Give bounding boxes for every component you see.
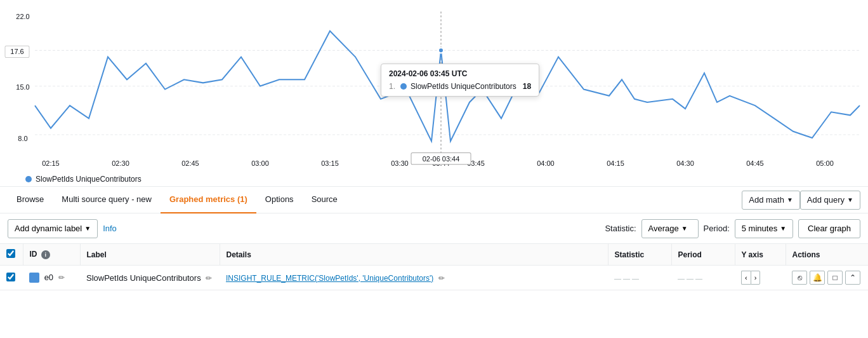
tab-multi-source[interactable]: Multi source query - new bbox=[53, 187, 161, 213]
col-header-yaxis: Y axis bbox=[735, 244, 786, 266]
tooltip-row: 1. SlowPetIds UniqueContributors 18 bbox=[389, 82, 531, 91]
add-query-arrow: ▼ bbox=[847, 196, 853, 203]
info-button[interactable]: Info bbox=[103, 224, 117, 233]
col-header-statistic: Statistic bbox=[608, 244, 671, 266]
svg-text:03:15: 03:15 bbox=[321, 159, 338, 167]
add-query-label: Add query bbox=[807, 195, 845, 205]
svg-text:02-06 03:44: 02-06 03:44 bbox=[423, 155, 460, 163]
statistic-select[interactable]: Average ▼ bbox=[641, 219, 699, 238]
col-header-label: Label bbox=[80, 244, 220, 266]
clear-graph-button[interactable]: Clear graph bbox=[798, 219, 860, 238]
row-statistic-dashes: — — — bbox=[614, 274, 639, 282]
svg-text:04:15: 04:15 bbox=[607, 159, 624, 167]
id-info-icon[interactable]: i bbox=[41, 250, 50, 259]
metrics-table: ID i Label Details Statistic Period Y ax… bbox=[0, 244, 868, 290]
period-value: 5 minutes bbox=[742, 224, 777, 233]
svg-text:22.0: 22.0 bbox=[16, 13, 29, 20]
row-id-cell: e0 ✏ bbox=[23, 266, 80, 290]
add-math-button[interactable]: Add math ▼ bbox=[742, 191, 800, 210]
toolbar-left: Add dynamic label ▼ Info bbox=[8, 219, 117, 238]
table-row: e0 ✏ SlowPetIds UniqueContributors ✏ INS… bbox=[0, 266, 868, 290]
svg-text:04:45: 04:45 bbox=[746, 159, 763, 167]
statistic-label: Statistic: bbox=[605, 224, 636, 233]
svg-text:04:00: 04:00 bbox=[537, 159, 554, 167]
svg-text:8.0: 8.0 bbox=[18, 135, 27, 142]
tooltip-value: 18 bbox=[523, 82, 531, 91]
legend-dot bbox=[25, 176, 32, 182]
tooltip-row-num: 1. bbox=[389, 82, 395, 91]
row-label-edit-icon[interactable]: ✏ bbox=[206, 274, 212, 283]
add-dynamic-label-button[interactable]: Add dynamic label ▼ bbox=[8, 219, 98, 238]
row-id-edit-icon[interactable]: ✏ bbox=[58, 273, 65, 282]
row-period-cell: — — — bbox=[671, 266, 735, 290]
row-details-edit-icon[interactable]: ✏ bbox=[438, 274, 445, 283]
metrics-table-area: ID i Label Details Statistic Period Y ax… bbox=[0, 244, 868, 338]
svg-point-25 bbox=[438, 48, 444, 53]
tooltip-metric: SlowPetIds UniqueContributors bbox=[411, 82, 516, 91]
tab-graphed-metrics[interactable]: Graphed metrics (1) bbox=[161, 187, 256, 213]
action-alarm-button[interactable]: 🔔 bbox=[810, 271, 825, 285]
toolbar-right: Statistic: Average ▼ Period: 5 minutes ▼… bbox=[605, 219, 860, 238]
col-header-actions: Actions bbox=[786, 244, 868, 266]
add-query-button[interactable]: Add query ▼ bbox=[800, 191, 860, 210]
row-details-cell: INSIGHT_RULE_METRIC('SlowPetIds', 'Uniqu… bbox=[220, 266, 608, 290]
col-header-details: Details bbox=[220, 244, 608, 266]
statistic-arrow: ▼ bbox=[681, 225, 688, 232]
action-trend-button[interactable]: ⎋ bbox=[792, 271, 807, 285]
yaxis-arrows: ‹ › bbox=[741, 271, 779, 285]
svg-text:02:30: 02:30 bbox=[112, 159, 129, 167]
svg-text:02:15: 02:15 bbox=[42, 159, 59, 167]
row-color-swatch bbox=[29, 273, 39, 283]
svg-text:15.0: 15.0 bbox=[16, 83, 29, 90]
tab-options[interactable]: Options bbox=[256, 187, 303, 213]
col-id-label: ID bbox=[30, 250, 37, 259]
row-checkbox-cell bbox=[0, 266, 23, 290]
tabs-bar: Browse Multi source query - new Graphed … bbox=[0, 187, 868, 213]
row-label: SlowPetIds UniqueContributors bbox=[86, 273, 201, 283]
chart-tooltip: 2024-02-06 03:45 UTC 1. SlowPetIds Uniqu… bbox=[381, 64, 539, 97]
add-dynamic-label-text: Add dynamic label bbox=[15, 224, 82, 233]
tab-browse[interactable]: Browse bbox=[8, 187, 53, 213]
period-label: Period: bbox=[704, 224, 730, 233]
svg-text:03:30: 03:30 bbox=[391, 159, 408, 167]
period-select[interactable]: 5 minutes ▼ bbox=[735, 219, 793, 238]
svg-text:02:45: 02:45 bbox=[181, 159, 199, 167]
col-header-check bbox=[0, 244, 23, 266]
period-arrow: ▼ bbox=[780, 225, 786, 232]
tab-source[interactable]: Source bbox=[303, 187, 346, 213]
chart-legend: SlowPetIds UniqueContributors bbox=[0, 172, 868, 186]
toolbar: Add dynamic label ▼ Info Statistic: Aver… bbox=[0, 213, 868, 244]
table-header-row: ID i Label Details Statistic Period Y ax… bbox=[0, 244, 868, 266]
col-header-period: Period bbox=[671, 244, 735, 266]
add-math-label: Add math bbox=[749, 195, 784, 205]
row-actions-cell: ⎋ 🔔 □ ⌃ bbox=[786, 266, 868, 290]
action-icons: ⎋ 🔔 □ ⌃ bbox=[792, 271, 862, 285]
yaxis-right-button[interactable]: › bbox=[751, 271, 761, 285]
select-all-checkbox[interactable] bbox=[6, 249, 15, 258]
yaxis-left-button[interactable]: ‹ bbox=[741, 271, 751, 285]
legend-label: SlowPetIds UniqueContributors bbox=[36, 175, 141, 184]
row-label-cell: SlowPetIds UniqueContributors ✏ bbox=[80, 266, 220, 290]
svg-text:03:00: 03:00 bbox=[251, 159, 268, 167]
statistic-value: Average bbox=[648, 224, 679, 233]
svg-text:17.6: 17.6 bbox=[10, 48, 23, 55]
action-copy-button[interactable]: □ bbox=[827, 271, 843, 285]
svg-text:04:30: 04:30 bbox=[676, 159, 694, 167]
chart-area: 22.0 17.6 15.0 8.0 17.6 02:15 02:30 02:4… bbox=[0, 0, 868, 187]
svg-text:05:00: 05:00 bbox=[816, 159, 833, 167]
row-yaxis-cell: ‹ › bbox=[735, 266, 786, 290]
row-checkbox[interactable] bbox=[6, 273, 15, 281]
tooltip-title: 2024-02-06 03:45 UTC bbox=[389, 69, 531, 78]
add-math-arrow: ▼ bbox=[787, 196, 793, 203]
row-statistic-cell: — — — bbox=[608, 266, 671, 290]
row-details-link[interactable]: INSIGHT_RULE_METRIC('SlowPetIds', 'Uniqu… bbox=[226, 274, 433, 283]
row-id: e0 bbox=[44, 273, 53, 282]
tooltip-dot bbox=[400, 83, 407, 90]
row-period-dashes: — — — bbox=[678, 274, 702, 282]
action-expand-button[interactable]: ⌃ bbox=[845, 271, 860, 285]
main-container: 22.0 17.6 15.0 8.0 17.6 02:15 02:30 02:4… bbox=[0, 0, 868, 338]
add-dynamic-arrow: ▼ bbox=[84, 225, 91, 232]
col-header-id: ID i bbox=[23, 244, 80, 266]
